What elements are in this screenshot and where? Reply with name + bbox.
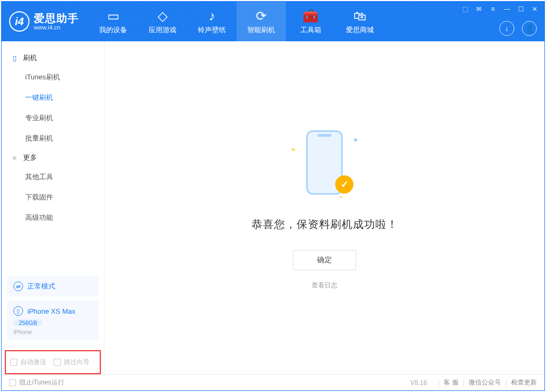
cube-icon: ◇ xyxy=(158,8,167,24)
support-link[interactable]: 客 服 xyxy=(444,378,458,387)
version-label: V8.16 xyxy=(410,379,427,387)
check-update-link[interactable]: 检查更新 xyxy=(511,378,537,387)
device-type: iPhone xyxy=(13,329,92,335)
header-actions: ↓ 👤 xyxy=(499,21,537,36)
sidebar-group-label: 更多 xyxy=(23,153,37,162)
sidebar-item-pro-flash[interactable]: 专业刷机 xyxy=(2,108,104,128)
checkbox-icon xyxy=(9,379,16,386)
nav-label: 智能刷机 xyxy=(247,25,275,35)
sidebar-item-itunes-flash[interactable]: iTunes刷机 xyxy=(2,67,104,87)
nav-store[interactable]: 🛍 爱思商城 xyxy=(335,2,385,41)
sidebar-group-label: 刷机 xyxy=(23,53,37,63)
checkbox-auto-activate[interactable]: 自动激活 xyxy=(10,358,46,367)
sidebar-item-firmware[interactable]: 下载固件 xyxy=(2,187,104,208)
wechat-link[interactable]: 微信公众号 xyxy=(469,378,501,387)
nav-smart-flash[interactable]: ⟳ 智能刷机 xyxy=(237,2,286,41)
window-controls: ⬚ ✉ ≡ — ☐ ✕ xyxy=(461,5,539,13)
music-icon: ♪ xyxy=(209,8,215,24)
nav-apps-games[interactable]: ◇ 应用游戏 xyxy=(138,2,187,41)
check-icon: ✓ xyxy=(335,175,353,194)
sidebar-group-more: ≡ 更多 xyxy=(2,149,104,167)
success-message: 恭喜您，保资料刷机成功啦！ xyxy=(252,217,398,232)
skin-icon[interactable]: ⬚ xyxy=(461,5,469,13)
sparkle-icon: ✦ xyxy=(352,136,359,144)
mode-label: 正常模式 xyxy=(27,282,55,291)
sidebar: ▯ 刷机 iTunes刷机 一键刷机 专业刷机 批量刷机 ≡ 更多 其他工具 下… xyxy=(2,41,105,374)
nav-label: 工具箱 xyxy=(300,25,321,35)
refresh-icon: ⟳ xyxy=(256,8,267,24)
top-nav: ▭ 我的设备 ◇ 应用游戏 ♪ 铃声壁纸 ⟳ 智能刷机 🧰 工具箱 🛍 爱思商城 xyxy=(88,2,385,41)
sidebar-item-advanced[interactable]: 高级功能 xyxy=(2,208,104,228)
app-subtitle: www.i4.cn xyxy=(34,24,79,31)
menu-icon[interactable]: ≡ xyxy=(489,5,497,13)
bag-icon: 🛍 xyxy=(353,8,366,24)
nav-toolbox[interactable]: 🧰 工具箱 xyxy=(286,2,335,41)
download-icon[interactable]: ↓ xyxy=(499,21,514,36)
mode-panel[interactable]: ⇄ 正常模式 xyxy=(7,276,99,297)
app-title: 爱思助手 xyxy=(34,12,79,24)
view-log-link[interactable]: 查看日志 xyxy=(312,281,337,290)
nav-ringtones[interactable]: ♪ 铃声壁纸 xyxy=(187,2,237,41)
main-content: ✦ ✦ ✓ ✦ 恭喜您，保资料刷机成功啦！ 确定 查看日志 xyxy=(105,41,544,374)
device-small-icon: ▯ xyxy=(13,306,23,316)
device-name: iPhone XS Max xyxy=(27,307,76,315)
nav-label: 应用游戏 xyxy=(149,25,176,35)
success-illustration: ✦ ✦ ✓ ✦ xyxy=(287,126,362,201)
checkbox-label: 自动激活 xyxy=(20,358,46,367)
phone-icon: ▭ xyxy=(107,8,120,24)
checkbox-label: 跳过向导 xyxy=(64,358,90,367)
storage-badge: 256GB xyxy=(13,319,42,327)
sparkle-icon: ✦ xyxy=(338,194,343,200)
mode-icon: ⇄ xyxy=(13,282,23,291)
nav-my-device[interactable]: ▭ 我的设备 xyxy=(88,2,138,41)
sidebar-item-other-tools[interactable]: 其他工具 xyxy=(2,167,104,187)
checkbox-skip-guide[interactable]: 跳过向导 xyxy=(54,358,90,367)
feedback-icon[interactable]: ✉ xyxy=(475,5,483,13)
checkbox-label: 阻止iTunes运行 xyxy=(19,378,64,387)
ok-button[interactable]: 确定 xyxy=(293,250,356,270)
status-bar: 阻止iTunes运行 V8.16 | 客 服 | 微信公众号 | 检查更新 xyxy=(2,374,544,390)
close-button[interactable]: ✕ xyxy=(530,5,539,13)
device-icon: ▯ xyxy=(10,54,19,62)
checkbox-icon xyxy=(54,359,61,366)
toolbox-icon: 🧰 xyxy=(302,8,319,24)
minimize-button[interactable]: — xyxy=(503,5,511,13)
sidebar-item-batch-flash[interactable]: 批量刷机 xyxy=(2,128,104,149)
nav-label: 我的设备 xyxy=(99,25,127,35)
sparkle-icon: ✦ xyxy=(290,145,297,154)
checkbox-icon xyxy=(10,359,17,366)
nav-label: 爱思商城 xyxy=(346,25,374,35)
nav-label: 铃声壁纸 xyxy=(198,25,226,35)
sidebar-group-flash: ▯ 刷机 xyxy=(2,49,104,67)
logo-icon: i4 xyxy=(9,11,29,32)
device-panel[interactable]: ▯ iPhone XS Max 256GB iPhone xyxy=(7,301,99,341)
checkbox-block-itunes[interactable]: 阻止iTunes运行 xyxy=(9,378,64,387)
user-icon[interactable]: 👤 xyxy=(522,21,537,36)
app-header: i4 爱思助手 www.i4.cn ▭ 我的设备 ◇ 应用游戏 ♪ 铃声壁纸 ⟳… xyxy=(2,2,544,41)
list-icon: ≡ xyxy=(10,154,19,162)
highlight-options: 自动激活 跳过向导 xyxy=(5,350,101,374)
sidebar-item-onekey-flash[interactable]: 一键刷机 xyxy=(2,87,104,108)
logo: i4 爱思助手 www.i4.cn xyxy=(2,2,88,41)
maximize-button[interactable]: ☐ xyxy=(517,5,525,13)
